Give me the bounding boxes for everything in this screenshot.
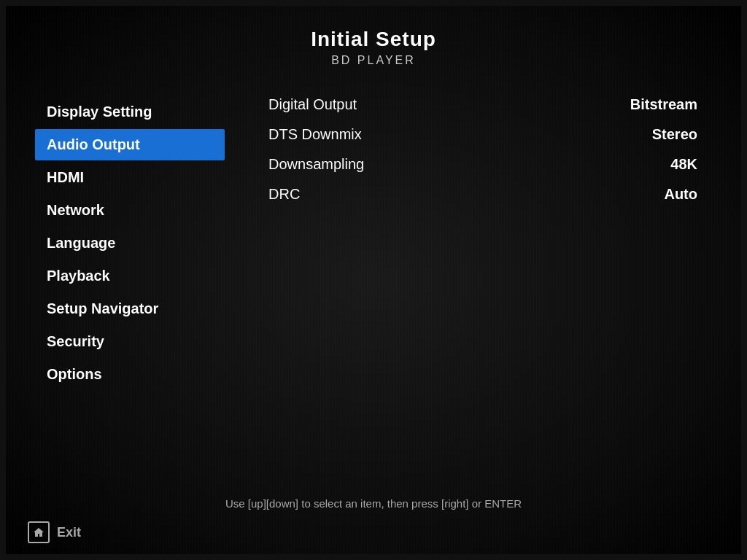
house-svg bbox=[33, 526, 44, 538]
setting-row-downsampling[interactable]: Downsampling 48K bbox=[268, 156, 741, 173]
tv-screen: Initial Setup BD PLAYER Display Setting … bbox=[0, 0, 747, 560]
setting-label-downsampling: Downsampling bbox=[268, 156, 364, 173]
settings-panel: Digital Output Bitstream DTS Downmix Ste… bbox=[225, 89, 741, 521]
setting-value-drc: Auto bbox=[595, 186, 741, 203]
main-layout: Display Setting Audio Output HDMI Networ… bbox=[6, 89, 741, 521]
setting-row-digital-output[interactable]: Digital Output Bitstream bbox=[268, 96, 741, 113]
setting-value-downsampling: 48K bbox=[595, 156, 741, 173]
sidebar-item-language[interactable]: Language bbox=[35, 228, 225, 259]
page-title: Initial Setup bbox=[6, 28, 741, 51]
sidebar-item-audio-output[interactable]: Audio Output bbox=[35, 129, 225, 160]
sidebar-item-options[interactable]: Options bbox=[35, 359, 225, 390]
sidebar-item-security[interactable]: Security bbox=[35, 326, 225, 357]
main-content: Initial Setup BD PLAYER Display Setting … bbox=[6, 6, 741, 554]
footer-hint: Use [up][down] to select an item, then p… bbox=[225, 497, 522, 510]
svg-marker-0 bbox=[34, 528, 44, 537]
sidebar: Display Setting Audio Output HDMI Networ… bbox=[6, 89, 225, 521]
setting-row-dts-downmix[interactable]: DTS Downmix Stereo bbox=[268, 126, 741, 143]
page-subtitle: BD PLAYER bbox=[6, 54, 741, 67]
setting-value-digital-output: Bitstream bbox=[595, 96, 741, 113]
setting-label-dts-downmix: DTS Downmix bbox=[268, 126, 362, 143]
sidebar-item-setup-navigator[interactable]: Setup Navigator bbox=[35, 293, 225, 324]
setting-label-digital-output: Digital Output bbox=[268, 96, 357, 113]
setting-value-dts-downmix: Stereo bbox=[595, 126, 741, 143]
sidebar-item-network[interactable]: Network bbox=[35, 195, 225, 226]
setting-label-drc: DRC bbox=[268, 186, 300, 203]
header: Initial Setup BD PLAYER bbox=[6, 6, 741, 74]
sidebar-item-hdmi[interactable]: HDMI bbox=[35, 162, 225, 193]
home-icon bbox=[28, 521, 50, 543]
footer: Use [up][down] to select an item, then p… bbox=[6, 497, 741, 510]
sidebar-item-display-setting[interactable]: Display Setting bbox=[35, 96, 225, 128]
sidebar-item-playback[interactable]: Playback bbox=[35, 260, 225, 292]
exit-label: Exit bbox=[57, 525, 81, 540]
setting-row-drc[interactable]: DRC Auto bbox=[268, 186, 741, 203]
exit-bar[interactable]: Exit bbox=[28, 521, 81, 543]
